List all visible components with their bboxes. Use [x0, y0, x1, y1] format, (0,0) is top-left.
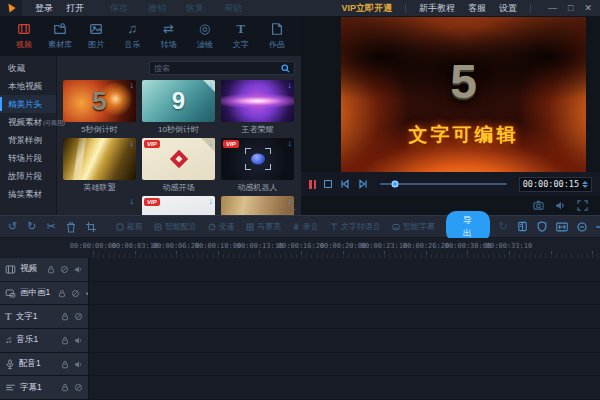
template-partial-2[interactable]: VIP↓	[142, 196, 215, 215]
tab-text[interactable]: T 文字	[223, 22, 259, 50]
search-input[interactable]	[154, 64, 281, 73]
editable-text-caption[interactable]: 文字可编辑	[341, 122, 586, 148]
undo-icon[interactable]: ↺	[8, 221, 17, 232]
download-icon[interactable]: ↓	[130, 196, 135, 206]
template-dynamic-opening[interactable]: VIP↓ 动感开场	[142, 138, 215, 193]
download-icon[interactable]: ↓	[288, 196, 293, 206]
timecode-stepper[interactable]	[582, 181, 588, 188]
lock-icon[interactable]	[47, 265, 55, 274]
lock-icon[interactable]	[61, 360, 69, 369]
track-lane[interactable]	[88, 282, 600, 305]
template-5s-countdown[interactable]: 5↓ 5秒倒计时	[63, 80, 136, 135]
search-box[interactable]	[149, 61, 295, 75]
split-scissors-icon[interactable]: ✂	[46, 221, 55, 232]
minimize-button[interactable]: —	[548, 3, 557, 13]
support-button[interactable]: 客服	[468, 2, 486, 15]
login-button[interactable]: 登录	[35, 2, 53, 15]
redo-icon[interactable]: ↻	[27, 221, 36, 232]
auto-subtitle-button[interactable]: 智能字幕	[392, 221, 435, 232]
lock-icon[interactable]	[58, 289, 66, 298]
tab-library[interactable]: 素材库	[42, 22, 78, 50]
sidebar-item-glitch-clips[interactable]: 故障片段	[0, 167, 56, 185]
search-icon[interactable]	[281, 64, 290, 73]
ai-dub-button[interactable]: 智能配音	[154, 221, 197, 232]
download-icon[interactable]: ↓	[130, 80, 135, 90]
timeline-ruler[interactable]: 00:00:00:00 00:00:03:10 00:00:06:20 00:0…	[0, 238, 600, 258]
menu-item-save[interactable]: 保存	[110, 2, 128, 15]
track-lane[interactable]	[88, 305, 600, 328]
menu-item-help[interactable]: 帮助	[224, 2, 242, 15]
mosaic-button[interactable]: 马赛克	[246, 221, 281, 232]
vip-upgrade-button[interactable]: VIP立即开通	[342, 2, 393, 15]
shield-icon[interactable]	[537, 221, 547, 232]
menu-item-redo[interactable]: 恢复	[186, 2, 204, 15]
template-partial-1[interactable]: ↓	[63, 196, 136, 215]
tab-works[interactable]: 作品	[259, 22, 295, 50]
settings-button[interactable]: 设置	[499, 2, 517, 15]
download-icon[interactable]: ↓	[288, 138, 293, 148]
lock-icon[interactable]	[61, 383, 69, 392]
mute-icon[interactable]	[74, 336, 83, 345]
download-icon[interactable]: ↓	[209, 138, 214, 148]
sidebar-item-background-samples[interactable]: 背景样例	[0, 131, 56, 149]
template-kings-glory[interactable]: ↓ 王者荣耀	[221, 80, 294, 135]
sidebar-item-transition-clips[interactable]: 转场片段	[0, 149, 56, 167]
fullscreen-icon[interactable]	[577, 200, 588, 211]
close-button[interactable]: ✕	[584, 3, 592, 13]
template-league[interactable]: ↓ 英雄联盟	[63, 138, 136, 193]
text-to-speech-button[interactable]: 文字转语音	[330, 221, 381, 232]
sidebar-item-video-assets[interactable]: 视频素材(可商用)	[0, 113, 56, 131]
timeline-zoom-slider[interactable]	[596, 226, 600, 228]
notebook-icon[interactable]	[517, 221, 528, 232]
tutorial-button[interactable]: 新手教程	[419, 2, 455, 15]
menu-item-undo[interactable]: 撤销	[148, 2, 166, 15]
refresh-icon[interactable]: ↻	[499, 220, 508, 233]
tab-filter[interactable]: ◎ 滤镜	[187, 22, 223, 50]
download-icon[interactable]: ↓	[130, 138, 135, 148]
zoom-out-icon[interactable]	[577, 222, 587, 232]
track-lane[interactable]	[88, 353, 600, 376]
sidebar-item-intros[interactable]: 精美片头	[0, 95, 56, 113]
crop-tool-button[interactable]: 裁剪	[116, 221, 143, 232]
sidebar-item-funny-assets[interactable]: 搞笑素材	[0, 185, 56, 203]
panel-resize-handle[interactable]: ⋯⋯	[279, 205, 297, 214]
record-audio-button[interactable]: 录音	[292, 221, 319, 232]
speed-button[interactable]: 变速	[208, 221, 235, 232]
template-dynamic-robot[interactable]: VIP↓ 动感机器人	[221, 138, 294, 193]
delete-trash-icon[interactable]	[66, 222, 76, 233]
stop-button[interactable]	[324, 180, 332, 188]
volume-icon[interactable]	[555, 200, 566, 211]
track-lane[interactable]	[88, 258, 600, 281]
lock-icon[interactable]	[61, 336, 69, 345]
snapshot-icon[interactable]	[533, 200, 544, 211]
maximize-button[interactable]: □	[568, 3, 573, 13]
track-lane[interactable]	[88, 329, 600, 352]
crop-icon[interactable]	[86, 222, 96, 232]
mute-icon[interactable]	[74, 360, 83, 369]
mute-icon[interactable]	[74, 265, 83, 274]
seek-slider[interactable]	[380, 183, 507, 185]
download-icon[interactable]: ↓	[209, 196, 214, 206]
tab-transition[interactable]: ⇄ 转场	[151, 22, 187, 50]
preview-stage[interactable]: 5 文字可编辑	[341, 17, 586, 172]
template-10s-countdown[interactable]: 9↓ 10秒倒计时	[142, 80, 215, 135]
track-lane[interactable]	[88, 376, 600, 399]
tab-image[interactable]: 图片	[78, 22, 114, 50]
download-icon[interactable]: ↓	[288, 80, 293, 90]
previous-frame-button[interactable]	[340, 179, 350, 189]
tab-music[interactable]: ♫ 音乐	[114, 22, 150, 50]
open-button[interactable]: 打开	[66, 2, 84, 15]
hide-icon[interactable]	[71, 289, 80, 298]
sidebar-item-favorites[interactable]: 收藏	[0, 59, 56, 77]
hide-icon[interactable]	[60, 265, 69, 274]
download-icon[interactable]: ↓	[209, 80, 214, 90]
tab-video[interactable]: 视频	[6, 22, 42, 50]
next-frame-button[interactable]	[358, 179, 368, 189]
hide-icon[interactable]	[74, 383, 83, 392]
sidebar-item-local-video[interactable]: 本地视频	[0, 77, 56, 95]
hide-icon[interactable]	[74, 312, 83, 321]
seek-handle[interactable]	[392, 181, 399, 188]
lock-icon[interactable]	[61, 312, 69, 321]
pause-button[interactable]	[309, 180, 316, 189]
fit-timeline-icon[interactable]	[556, 222, 568, 232]
